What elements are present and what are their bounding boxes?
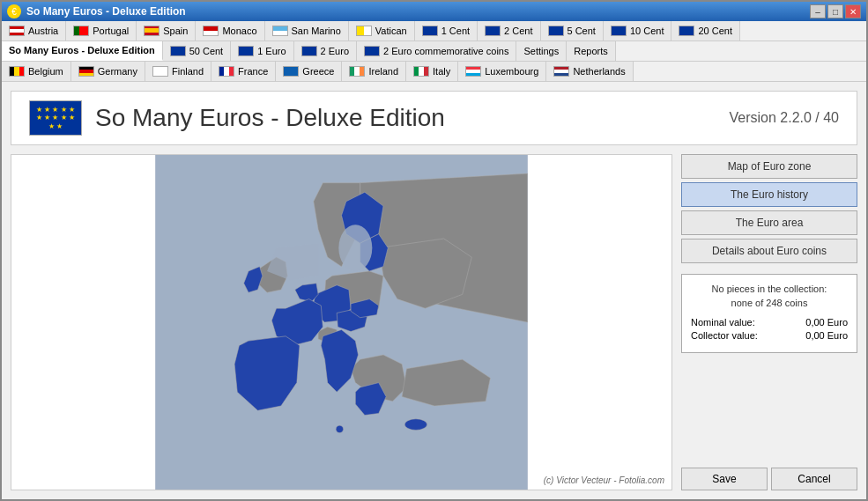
tab-finland[interactable]: Finland [145,62,211,81]
menu-bar: Austria Portugal Spain Monaco San Marino… [2,21,866,82]
france-flag-icon [219,66,234,77]
tab-netherlands[interactable]: Netherlands [546,62,633,81]
app-icon: € [7,4,21,18]
euro-history-button[interactable]: The Euro history [681,182,857,207]
tab-italy[interactable]: Italy [406,62,458,81]
menu-row-1: Austria Portugal Spain Monaco San Marino… [2,21,866,41]
spain-flag-icon [144,26,160,36]
window-title: So Many Euros - Deluxe Edition [26,5,810,18]
tab-2cent[interactable]: 2 Cent [478,21,540,41]
10cent-icon [611,26,627,36]
netherlands-flag-icon [553,66,569,77]
belgium-flag-icon [9,66,25,77]
nominal-value-row: Nominal value: 0,00 Euro [691,317,848,328]
collector-label: Collector value: [691,330,758,341]
collector-value: 0,00 Euro [805,330,848,341]
tab-reports[interactable]: Reports [567,41,616,61]
tab-germany[interactable]: Germany [71,62,145,81]
monaco-flag-icon [203,26,219,36]
tab-austria[interactable]: Austria [2,21,66,41]
svg-point-4 [338,225,372,271]
menu-row-3: Belgium Germany Finland France Greece Ir… [2,62,866,81]
tab-1euro[interactable]: 1 Euro [231,41,293,61]
finland-flag-icon [152,66,168,77]
content-area: (c) Victor Vecteur - Fotolia.com Map of … [11,154,857,490]
tab-vatican[interactable]: Vatican [349,21,415,41]
tab-portugal[interactable]: Portugal [66,21,137,41]
save-button[interactable]: Save [681,468,768,490]
map-credit: (c) Victor Vecteur - Fotolia.com [544,475,664,485]
tab-1cent[interactable]: 1 Cent [415,21,478,41]
luxembourg-flag-icon [465,66,481,77]
tab-app-main[interactable]: So Many Euros - Deluxe Edition [2,41,163,61]
nominal-label: Nominal value: [691,317,755,328]
main-window: € So Many Euros - Deluxe Edition – □ ✕ A… [0,0,868,501]
2euro-icon [301,46,317,56]
tab-5cent[interactable]: 5 Cent [541,21,604,41]
map-container: (c) Victor Vecteur - Fotolia.com [11,154,672,490]
tab-san-marino[interactable]: San Marino [265,21,349,41]
tab-greece[interactable]: Greece [276,62,342,81]
tab-2euro[interactable]: 2 Euro [294,41,357,61]
euro-coins-button[interactable]: Details about Euro coins [681,239,857,263]
tab-20cent[interactable]: 20 Cent [671,21,740,41]
maximize-button[interactable]: □ [827,4,843,18]
50cent-icon [170,46,186,56]
main-content: ★ ★ ★ ★ ★★ ★ ★ ★ ★★ ★ So Many Euros - De… [2,82,866,499]
collector-value-row: Collector value: 0,00 Euro [691,330,848,341]
menu-row-2: So Many Euros - Deluxe Edition 50 Cent 1… [2,41,866,62]
stats-line1: No pieces in the collection: [691,284,848,294]
bottom-buttons: Save Cancel [681,468,857,490]
app-title: So Many Euros - Deluxe Edition [95,104,445,132]
portugal-flag-icon [73,26,89,36]
20cent-icon [679,26,694,36]
2cent-icon [485,26,501,36]
tab-belgium[interactable]: Belgium [2,62,71,81]
vatican-flag-icon [356,26,372,36]
stats-line2: none of 248 coins [691,298,848,308]
svg-point-2 [336,425,343,432]
cancel-button[interactable]: Cancel [771,468,857,490]
tab-france[interactable]: France [211,62,276,81]
map-of-euro-zone-button[interactable]: Map of Euro zone [681,154,857,179]
header-left: ★ ★ ★ ★ ★★ ★ ★ ★ ★★ ★ So Many Euros - De… [29,100,445,136]
svg-point-3 [404,419,427,431]
tab-50cent[interactable]: 50 Cent [163,41,232,61]
tab-ireland[interactable]: Ireland [342,62,406,81]
app-header: ★ ★ ★ ★ ★★ ★ ★ ★ ★★ ★ So Many Euros - De… [11,91,857,145]
action-buttons: Map of Euro zone The Euro history The Eu… [681,154,857,263]
right-panel: Map of Euro zone The Euro history The Eu… [681,154,857,490]
1euro-icon [238,46,254,56]
germany-flag-icon [78,66,94,77]
minimize-button[interactable]: – [810,4,826,18]
tab-2euro-comm[interactable]: 2 Euro commemorative coins [357,41,516,61]
window-controls: – □ ✕ [810,4,861,18]
ireland-flag-icon [349,66,365,77]
nominal-value: 0,00 Euro [805,317,848,328]
euro-area-button[interactable]: The Euro area [681,210,857,235]
tab-spain[interactable]: Spain [137,21,196,41]
europe-map [11,155,671,490]
austria-flag-icon [9,26,25,36]
title-bar: € So Many Euros - Deluxe Edition – □ ✕ [2,2,866,21]
san-marino-flag-icon [272,26,288,36]
eu-flag: ★ ★ ★ ★ ★★ ★ ★ ★ ★★ ★ [29,100,82,136]
tab-10cent[interactable]: 10 Cent [604,21,672,41]
tab-monaco[interactable]: Monaco [196,21,264,41]
stats-values: Nominal value: 0,00 Euro Collector value… [691,317,848,341]
greece-flag-icon [283,66,299,77]
5cent-icon [548,26,564,36]
version-text: Version 2.2.0 / 40 [729,110,839,126]
2euro-comm-icon [364,46,380,56]
eu-stars: ★ ★ ★ ★ ★★ ★ ★ ★ ★★ ★ [36,106,75,131]
1cent-icon [422,26,438,36]
tab-luxembourg[interactable]: Luxembourg [458,62,546,81]
stats-box: No pieces in the collection: none of 248… [681,274,857,353]
tab-settings[interactable]: Settings [516,41,567,61]
italy-flag-icon [413,66,429,77]
close-button[interactable]: ✕ [845,4,861,18]
